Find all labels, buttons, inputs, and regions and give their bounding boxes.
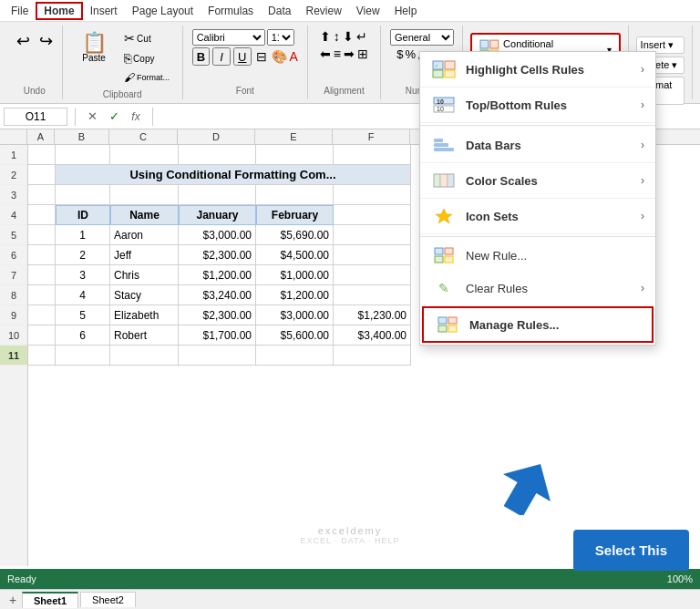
cell-reference-input[interactable] <box>4 108 67 126</box>
cell-d10[interactable]: $1,700.00 <box>179 325 256 346</box>
sheet-tab-2[interactable]: Sheet2 <box>80 592 136 607</box>
menu-home[interactable]: Home <box>36 2 82 20</box>
cell-c5[interactable]: Aaron <box>110 225 179 245</box>
cancel-formula-button[interactable]: ✕ <box>83 108 101 126</box>
wrap-text-button[interactable]: ↵ <box>356 29 367 44</box>
highlight-cells-rules-item[interactable]: < Highlight Cells Rules › <box>420 52 655 88</box>
align-right-button[interactable]: ➡ <box>344 46 355 61</box>
col-header-e[interactable]: E <box>255 129 333 144</box>
cell-e5[interactable]: $5,690.00 <box>256 225 334 245</box>
copy-button[interactable]: ⎘ Copy <box>120 49 173 67</box>
col-header-f[interactable]: F <box>333 129 410 144</box>
cell-d6[interactable]: $2,300.00 <box>179 245 256 265</box>
cell-e6[interactable]: $4,500.00 <box>256 245 334 265</box>
clear-rules-item[interactable]: ✎ Clear Rules › <box>420 272 655 304</box>
align-middle-button[interactable]: ↕ <box>334 29 340 44</box>
cell-c4[interactable]: Name <box>110 205 179 225</box>
confirm-formula-button[interactable]: ✓ <box>105 108 123 126</box>
icon-sets-item[interactable]: Icon Sets › <box>420 199 655 234</box>
underline-button[interactable]: U <box>233 47 252 66</box>
cell-a5[interactable] <box>28 225 56 245</box>
menu-file[interactable]: File <box>4 3 36 19</box>
menu-view[interactable]: View <box>349 3 387 19</box>
cell-e7[interactable]: $1,000.00 <box>256 265 334 285</box>
cell-d1[interactable] <box>179 145 256 165</box>
fill-color-button[interactable]: 🎨 <box>272 49 287 64</box>
cell-d8[interactable]: $3,240.00 <box>179 285 256 305</box>
row-num-1[interactable]: 1 <box>0 145 27 165</box>
cell-d3[interactable] <box>179 185 256 205</box>
border-button[interactable]: ⊟ <box>254 49 269 64</box>
cell-e3[interactable] <box>256 185 334 205</box>
cell-c10[interactable]: Robert <box>110 325 179 346</box>
row-num-2[interactable]: 2 <box>0 165 27 185</box>
col-header-b[interactable]: B <box>55 129 109 144</box>
add-sheet-button[interactable]: + <box>4 592 22 608</box>
currency-button[interactable]: $ <box>396 47 403 61</box>
italic-button[interactable]: I <box>212 47 231 66</box>
row-num-9[interactable]: 9 <box>0 305 27 325</box>
cell-f6[interactable] <box>334 245 411 265</box>
cell-f10[interactable]: $3,400.00 <box>334 325 411 346</box>
menu-insert[interactable]: Insert <box>83 3 125 19</box>
row-num-3[interactable]: 3 <box>0 185 27 205</box>
merge-button[interactable]: ⊞ <box>357 46 368 61</box>
cell-c11[interactable] <box>110 346 179 366</box>
cell-f4[interactable] <box>334 205 411 225</box>
cell-e1[interactable] <box>256 145 334 165</box>
row-num-8[interactable]: 8 <box>0 285 27 305</box>
align-left-button[interactable]: ⬅ <box>320 46 331 61</box>
cell-f7[interactable] <box>334 265 411 285</box>
redo-button[interactable]: ↪ <box>36 29 57 53</box>
cell-a2[interactable] <box>28 165 56 185</box>
row-num-11[interactable]: 11 <box>0 346 27 366</box>
cell-a8[interactable] <box>28 285 56 305</box>
cell-b10[interactable]: 6 <box>56 325 110 346</box>
cell-f5[interactable] <box>334 225 411 245</box>
cell-b1[interactable] <box>56 145 110 165</box>
font-size-select[interactable]: 11 <box>267 29 294 46</box>
cell-b11[interactable] <box>56 346 110 366</box>
cell-f3[interactable] <box>334 185 411 205</box>
cell-a4[interactable] <box>28 205 56 225</box>
cell-a3[interactable] <box>28 185 56 205</box>
row-num-7[interactable]: 7 <box>0 265 27 285</box>
row-num-6[interactable]: 6 <box>0 245 27 265</box>
menu-formulas[interactable]: Formulas <box>201 3 261 19</box>
cell-b3[interactable] <box>56 185 110 205</box>
cell-c7[interactable]: Chris <box>110 265 179 285</box>
cell-e9[interactable]: $3,000.00 <box>256 305 334 325</box>
format-painter-button[interactable]: 🖌 Format... <box>120 69 173 86</box>
col-header-c[interactable]: C <box>109 129 178 144</box>
top-bottom-rules-item[interactable]: 10 10 Top/Bottom Rules › <box>420 88 655 123</box>
cell-e8[interactable]: $1,200.00 <box>256 285 334 305</box>
cell-d7[interactable]: $1,200.00 <box>179 265 256 285</box>
undo-button[interactable]: ↩ <box>13 29 34 53</box>
paste-button[interactable]: 📋 Paste <box>71 29 117 86</box>
align-bottom-button[interactable]: ⬇ <box>343 29 354 44</box>
cell-b6[interactable]: 2 <box>56 245 110 265</box>
cell-d4[interactable]: January <box>179 205 256 225</box>
cell-f11[interactable] <box>334 346 411 366</box>
font-family-select[interactable]: Calibri <box>192 29 265 46</box>
cell-f1[interactable] <box>334 145 411 165</box>
cell-c3[interactable] <box>110 185 179 205</box>
cell-a7[interactable] <box>28 265 56 285</box>
row-num-4[interactable]: 4 <box>0 205 27 225</box>
align-top-button[interactable]: ⬆ <box>320 29 331 44</box>
number-format-select[interactable]: General <box>390 29 454 46</box>
menu-data[interactable]: Data <box>261 3 298 19</box>
menu-review[interactable]: Review <box>298 3 348 19</box>
percent-button[interactable]: % <box>405 47 416 61</box>
cell-b5[interactable]: 1 <box>56 225 110 245</box>
cell-f9[interactable]: $1,230.00 <box>334 305 411 325</box>
cell-d5[interactable]: $3,000.00 <box>179 225 256 245</box>
insert-function-button[interactable]: fx <box>127 108 145 126</box>
font-color-button[interactable]: A <box>290 49 298 64</box>
col-header-d[interactable]: D <box>178 129 255 144</box>
new-rule-item[interactable]: New Rule... <box>420 239 655 272</box>
select-this-button[interactable]: Select This <box>573 530 689 571</box>
menu-help[interactable]: Help <box>387 3 425 19</box>
cell-d9[interactable]: $2,300.00 <box>179 305 256 325</box>
cell-c8[interactable]: Stacy <box>110 285 179 305</box>
